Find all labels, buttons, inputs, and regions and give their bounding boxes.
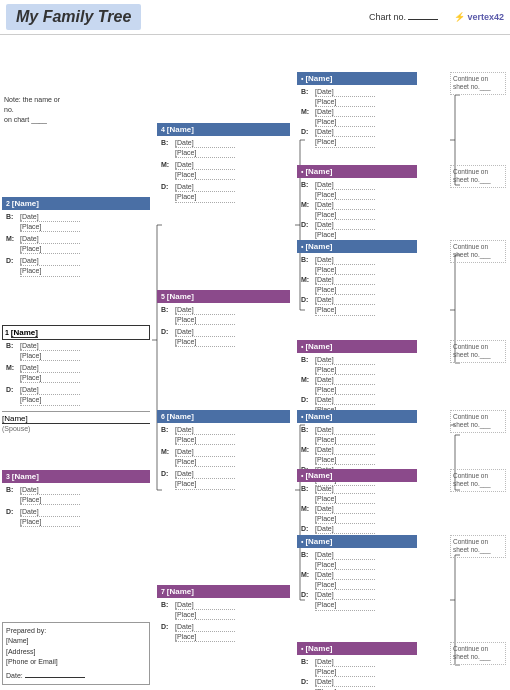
note-p10: Continue on sheet no.___ bbox=[450, 240, 506, 263]
left-note: Note: the name or no. on chart ____ bbox=[4, 95, 60, 124]
note-p14: Continue on sheet no.___ bbox=[450, 535, 506, 558]
person-14-block: • [Name] B:[Date] [Place] M:[Date] [Plac… bbox=[297, 535, 417, 612]
person-11-block: • [Name] B:[Date] [Place] M:[Date] [Plac… bbox=[297, 340, 417, 417]
title-box: My Family Tree bbox=[6, 4, 141, 30]
main-area: Note: the name or no. on chart ____ 2 [N… bbox=[0, 35, 510, 689]
person-2-name-bar: 2 [Name] bbox=[2, 197, 150, 210]
person-6-block: 6 [Name] B:[Date] [Place] M:[Date] [Plac… bbox=[157, 410, 290, 491]
logo: ⚡ vertex42 bbox=[454, 12, 504, 22]
person-3-block: 3 [Name] B:[Date] [Place] D:[Date] [Plac… bbox=[2, 470, 150, 528]
person-15-block: • [Name] B:[Date] [Place] D:[Date] [Plac… bbox=[297, 642, 417, 690]
note-p15: Continue on sheet no.___ bbox=[450, 642, 506, 665]
person-3-name-bar: 3 [Name] bbox=[2, 470, 150, 483]
prepared-by-box: Prepared by: [Name] [Address] [Phone or … bbox=[2, 622, 150, 686]
note-p9: Continue on sheet no.___ bbox=[450, 165, 506, 188]
col3: • [Name] B:[Date] [Place] M:[Date] [Plac… bbox=[295, 35, 450, 689]
person-9-block: • [Name] B:[Date] [Place] M:[Date] [Plac… bbox=[297, 165, 417, 242]
person-1-block: 1 [Name] B:[Date] [Place] M:[Date] [Plac… bbox=[2, 325, 150, 432]
note-p13: Continue on sheet no.___ bbox=[450, 469, 506, 492]
person-2-block: 2 [Name] B:[Date] [Place] M:[Date] [Plac… bbox=[2, 197, 150, 278]
person-7-block: 7 [Name] B:[Date] [Place] D:[Date] [Plac… bbox=[157, 585, 290, 643]
col1: Note: the name or no. on chart ____ 2 [N… bbox=[0, 35, 155, 689]
col2: 4 [Name] B:[Date] [Place] M:[Date] [Plac… bbox=[155, 35, 295, 689]
chart-no-label: Chart no. bbox=[369, 12, 438, 22]
note-p11: Continue on sheet no.___ bbox=[450, 340, 506, 363]
note-p12: Continue on sheet no.___ bbox=[450, 410, 506, 433]
person-5-block: 5 [Name] B:[Date] [Place] D:[Date] [Plac… bbox=[157, 290, 290, 348]
page-title: My Family Tree bbox=[16, 8, 131, 25]
person-8-block: • [Name] B:[Date] [Place] M:[Date] [Plac… bbox=[297, 72, 417, 149]
person-4-block: 4 [Name] B:[Date] [Place] M:[Date] [Plac… bbox=[157, 123, 290, 204]
col4-notes: Continue on sheet no.___ Continue on she… bbox=[450, 35, 510, 689]
header: My Family Tree Chart no. ⚡ vertex42 bbox=[0, 0, 510, 35]
note-p8: Continue on sheet no.___ bbox=[450, 72, 506, 95]
person-10-block: • [Name] B:[Date] [Place] M:[Date] [Plac… bbox=[297, 240, 417, 317]
